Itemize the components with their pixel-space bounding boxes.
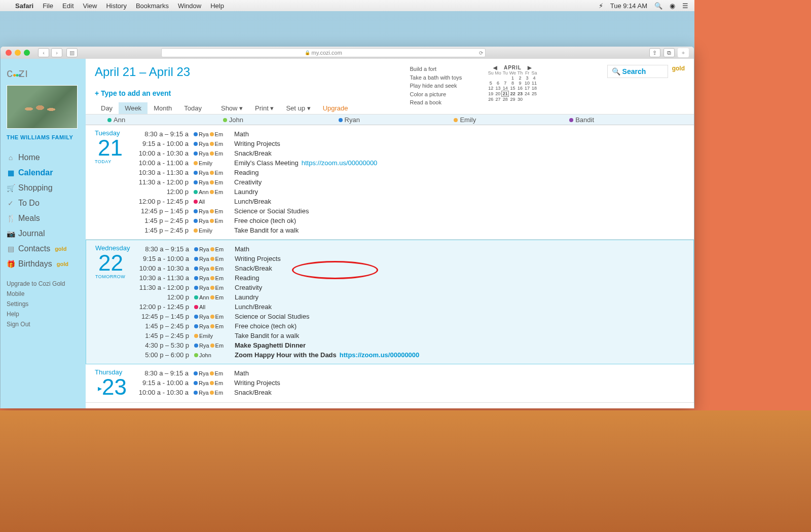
event-row[interactable]: 11:30 a - 12:00 pRyaEmCreativity [135, 177, 685, 187]
event-row[interactable]: 12:00 pAnnEmLaundry [136, 292, 684, 302]
nav-meals[interactable]: 🍴Meals [7, 211, 80, 226]
view-week[interactable]: Week [119, 102, 148, 114]
event-row[interactable]: 11:30 a - 12:00 pRyaEmCreativity [136, 283, 684, 292]
sidebar-toggle[interactable]: ▥ [66, 48, 78, 57]
menu-edit[interactable]: Edit [62, 2, 73, 10]
share-button[interactable]: ⇪ [649, 48, 660, 57]
zoom-link[interactable]: https://zoom.us/00000000 [340, 351, 420, 359]
nav-journal[interactable]: 📷Journal [7, 226, 80, 241]
people-row: AnnJohnRyanEmilyBandit [86, 114, 694, 125]
event-row[interactable]: 5:00 p – 6:00 pJohnZoom Happy Hour with … [136, 350, 684, 360]
menu-history[interactable]: History [106, 2, 126, 10]
mini-calendar[interactable]: ◀APRIL▶ SuMoTuWeThFrSa123456789101112131… [487, 65, 538, 114]
nav-home[interactable]: ⌂Home [7, 150, 80, 165]
event-row[interactable]: 1:45 p – 2:45 pRyaEmFree choice (tech ok… [136, 321, 684, 331]
family-photo[interactable] [7, 85, 78, 129]
cozi-sidebar: c●●●zı THE WILLIAMS FAMILY ⌂Home▦Calenda… [1, 59, 86, 408]
add-event[interactable]: + Type to add an event [95, 89, 354, 97]
person-emily[interactable]: Emily [454, 116, 569, 124]
menu-window[interactable]: Window [178, 2, 201, 10]
browser-titlebar: ‹ › ▥ 🔒 my.cozi.com ⟳ ⇪ ⧉ + [1, 47, 694, 59]
event-row[interactable]: 1:45 p – 2:45 pEmilyTake Bandit for a wa… [136, 331, 684, 340]
menu-bookmarks[interactable]: Bookmarks [136, 2, 169, 10]
event-row[interactable]: 8:30 a – 9:15 aRyaEmMath [136, 244, 684, 254]
event-row[interactable]: 10:30 a - 11:30 aRyaEmReading [135, 168, 685, 177]
journal-icon: 📷 [7, 230, 15, 238]
event-row[interactable]: 12:45 p – 1:45 pRyaEmScience or Social S… [135, 206, 685, 216]
suggestions: Build a fortTake a bath with toysPlay hi… [410, 65, 462, 114]
spotlight-icon[interactable]: 🔍 [654, 2, 662, 10]
person-bandit[interactable]: Bandit [569, 116, 685, 124]
new-tab-button[interactable]: + [678, 48, 689, 57]
minimize-window[interactable] [15, 50, 21, 56]
close-window[interactable] [6, 50, 12, 56]
safari-window: ‹ › ▥ 🔒 my.cozi.com ⟳ ⇪ ⧉ + c●●●zı THE W… [1, 47, 694, 408]
to do-icon: ✓ [7, 199, 15, 207]
desktop-background [0, 410, 811, 532]
nav-contacts[interactable]: ▤Contactsgold [7, 241, 80, 256]
event-row[interactable]: 9:15 a - 10:00 aRyaEmWriting Projects [135, 139, 685, 148]
menu-file[interactable]: File [43, 2, 53, 10]
view-month[interactable]: Month [148, 102, 178, 114]
address-bar[interactable]: 🔒 my.cozi.com ⟳ [161, 48, 486, 57]
event-row[interactable]: 4:30 p – 5:30 pRyaEmMake Spaghetti Dinne… [136, 340, 684, 350]
event-row[interactable]: 12:00 pAnnEmLaundry [135, 187, 685, 197]
link-upgrade-to-cozi-gold[interactable]: Upgrade to Cozi Gold [7, 279, 80, 289]
nav-calendar[interactable]: ▦Calendar [7, 165, 80, 180]
menu-view[interactable]: View [83, 2, 97, 10]
reload-icon[interactable]: ⟳ [479, 50, 483, 56]
back-button[interactable]: ‹ [38, 48, 49, 57]
person-ryan[interactable]: Ryan [339, 116, 454, 124]
event-row[interactable]: 1:45 p – 2:45 pEmilyTake Bandit for a wa… [135, 225, 685, 235]
app-name[interactable]: Safari [15, 2, 33, 10]
link-help[interactable]: Help [7, 309, 80, 319]
menu-show[interactable]: Show ▾ [215, 102, 249, 114]
day-thursday: Thursday▸238:30 a – 9:15 aRyaEmMath9:15 … [86, 364, 694, 403]
nav-to do[interactable]: ✓To Do [7, 196, 80, 211]
forward-button[interactable]: › [51, 48, 62, 57]
view-day[interactable]: Day [95, 102, 119, 114]
notifications-icon[interactable]: ☰ [682, 2, 688, 10]
link-mobile[interactable]: Mobile [7, 289, 80, 299]
event-row[interactable]: 10:00 a - 10:30 aRyaEmSnack/Break [135, 148, 685, 158]
event-row[interactable]: 8:30 a – 9:15 aRyaEmMath [135, 129, 685, 139]
link-settings[interactable]: Settings [7, 299, 80, 309]
event-row[interactable]: 8:30 a – 9:15 aRyaEmMath [135, 368, 685, 378]
event-row[interactable]: 12:00 p - 12:45 pAllLunch/Break [136, 302, 684, 312]
event-row[interactable]: 10:00 a - 11:00 aEmilyEmily's Class Meet… [135, 158, 685, 168]
upgrade-link[interactable]: Upgrade [317, 102, 354, 114]
event-row[interactable]: 10:00 a - 10:30 aRyaEmSnack/Break [135, 388, 685, 397]
event-row[interactable]: 10:00 a - 10:30 aRyaEmSnack/Break [136, 263, 684, 273]
next-month[interactable]: ▶ [525, 65, 535, 70]
tabs-button[interactable]: ⧉ [663, 48, 675, 57]
nav-birthdays[interactable]: 🎁Birthdaysgold [7, 256, 80, 272]
person-ann[interactable]: Ann [107, 116, 223, 124]
link-sign-out[interactable]: Sign Out [7, 319, 80, 329]
day-tuesday: Tuesday21TODAY8:30 a – 9:15 aRyaEmMath9:… [86, 125, 694, 240]
menu-help[interactable]: Help [210, 2, 224, 10]
maximize-window[interactable] [24, 50, 30, 56]
search-button[interactable]: 🔍 Search [607, 65, 668, 78]
view-today[interactable]: Today [178, 102, 208, 114]
zoom-link[interactable]: https://zoom.us/00000000 [302, 159, 378, 167]
event-row[interactable]: 12:45 p – 1:45 pRyaEmScience or Social S… [136, 312, 684, 321]
event-row[interactable]: 9:15 a - 10:00 aRyaEmWriting Projects [136, 254, 684, 263]
shopping-icon: 🛒 [7, 184, 15, 192]
clock[interactable]: Tue 9:14 AM [610, 2, 647, 10]
day-wednesday: Wednesday22TOMORROW8:30 a – 9:15 aRyaEmM… [86, 240, 694, 364]
contacts-icon: ▤ [7, 245, 15, 253]
event-row[interactable]: 1:45 p – 2:45 pRyaEmFree choice (tech ok… [135, 216, 685, 225]
event-row[interactable]: 10:30 a - 11:30 aRyaEmReading [136, 273, 684, 283]
nav-shopping[interactable]: 🛒Shopping [7, 180, 80, 196]
cozi-logo[interactable]: c●●●zı [7, 66, 80, 80]
menu-set[interactable]: Set up ▾ [280, 102, 316, 114]
siri-icon[interactable]: ◉ [670, 2, 675, 10]
event-row[interactable]: 9:15 a - 10:00 aRyaEmWriting Projects [135, 378, 685, 388]
event-row[interactable]: 12:00 p - 12:45 pAllLunch/Break [135, 197, 685, 206]
person-john[interactable]: John [223, 116, 339, 124]
menu-print[interactable]: Print ▾ [249, 102, 280, 114]
battery-icon[interactable]: ⚡︎ [599, 2, 603, 10]
calendar-icon: ▦ [7, 169, 15, 177]
prev-month[interactable]: ◀ [490, 65, 501, 70]
home-icon: ⌂ [7, 154, 15, 162]
